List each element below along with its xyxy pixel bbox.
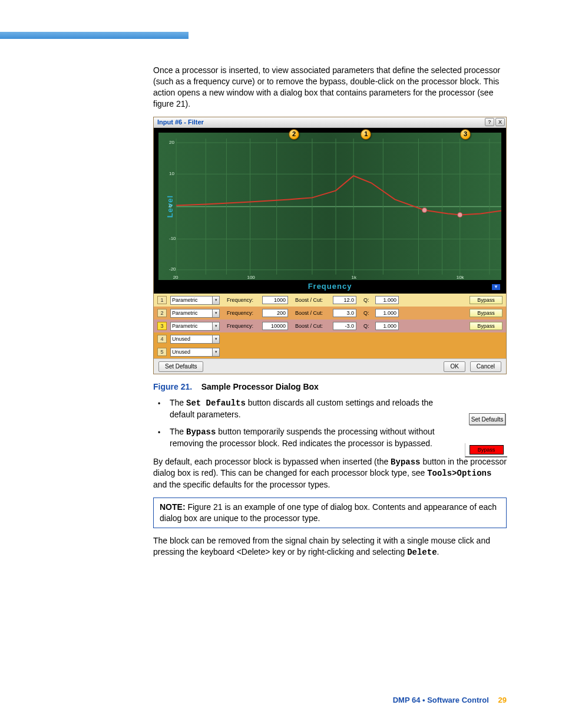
text: and the specific defaults for the proces… <box>153 480 330 489</box>
filter-row-number[interactable]: 3 <box>157 322 167 330</box>
svg-point-18 <box>422 207 427 212</box>
boost-cut-field-label: Boost / Cut: <box>295 297 329 304</box>
side-bypass-wrap: Bypass <box>465 443 507 457</box>
bullet-set-defaults: • The Set Defaults button discards all c… <box>153 397 507 420</box>
bullet-list: • The Set Defaults button discards all c… <box>153 397 507 449</box>
text-mono: Bypass <box>391 457 420 467</box>
bullet-mono: Bypass <box>186 427 216 437</box>
page-content: Once a processor is inserted, to view as… <box>153 65 507 565</box>
boost-cut-field-label: Boost / Cut: <box>295 322 329 330</box>
filter-parameter-rows: ▲ 1Parametric▾Frequency:1000Boost / Cut:… <box>154 294 506 358</box>
q-field[interactable]: 1.000 <box>375 296 399 304</box>
cancel-button[interactable]: Cancel <box>470 361 501 372</box>
processor-dialog: Input #6 - Filter ? X Level 20 10 0 -10 … <box>153 117 507 375</box>
note-lead: NOTE: <box>160 502 186 512</box>
eq-plot-svg <box>158 133 501 281</box>
frequency-field-label: Frequency: <box>227 297 259 304</box>
close-icon[interactable]: X <box>495 118 505 126</box>
paragraph-default-bypass: By default, each processor block is bypa… <box>153 456 507 491</box>
boost-cut-field[interactable]: 12.0 <box>333 296 356 304</box>
bypass-button[interactable]: Bypass <box>470 309 503 317</box>
boost-cut-field[interactable]: 3.0 <box>333 309 356 317</box>
filter-callout-2[interactable]: 2 <box>289 129 299 140</box>
chevron-down-icon: ▾ <box>212 322 219 330</box>
frequency-field-label: Frequency: <box>227 322 259 330</box>
q-field-label: Q: <box>363 297 372 304</box>
note-box: NOTE: Figure 21 is an example of one typ… <box>153 498 507 528</box>
footer-text: DMP 64 • Software Control <box>393 696 489 704</box>
figure-number: Figure 21. <box>153 382 192 391</box>
frequency-field[interactable]: 10000 <box>262 322 288 330</box>
set-defaults-button[interactable]: Set Defaults <box>158 361 203 372</box>
filter-row: 3Parametric▾Frequency:10000Boost / Cut:-… <box>154 319 506 332</box>
q-field-label: Q: <box>363 309 372 317</box>
chevron-down-icon: ▾ <box>212 348 219 356</box>
page-number: 29 <box>498 696 507 704</box>
frequency-field[interactable]: 200 <box>262 309 288 317</box>
chevron-down-icon: ▾ <box>212 297 219 304</box>
frequency-field[interactable]: 1000 <box>262 296 288 304</box>
filter-type-select[interactable]: Parametric▾ <box>170 322 220 331</box>
filter-row: 1Parametric▾Frequency:1000Boost / Cut:12… <box>154 294 506 307</box>
boost-cut-field-label: Boost / Cut: <box>295 309 329 317</box>
note-body: Figure 21 is an example of one type of d… <box>160 502 497 523</box>
filter-row: 5Unused▾ <box>154 345 506 358</box>
paragraph-remove-block: The block can be removed from the signal… <box>153 535 507 558</box>
side-bypass-button[interactable]: Bypass <box>470 445 504 454</box>
q-field-label: Q: <box>363 322 372 330</box>
x-axis-label: Frequency <box>158 280 501 292</box>
dialog-title-text: Input #6 - Filter <box>157 118 204 127</box>
boost-cut-field[interactable]: -3.0 <box>333 322 356 330</box>
side-set-defaults-button[interactable]: Set Defaults <box>469 413 505 425</box>
chevron-down-icon: ▾ <box>212 309 219 317</box>
bypass-button[interactable]: Bypass <box>470 296 503 304</box>
text-mono: Delete <box>407 548 437 557</box>
filter-type-select[interactable]: Unused▾ <box>170 335 220 344</box>
svg-point-19 <box>458 212 462 217</box>
frequency-field-label: Frequency: <box>227 309 259 317</box>
figure-caption: Figure 21. Sample Processor Dialog Box <box>153 381 507 393</box>
paragraph-intro: Once a processor is inserted, to view as… <box>153 65 507 110</box>
filter-row-number[interactable]: 5 <box>157 348 167 356</box>
q-field[interactable]: 1.000 <box>375 309 399 317</box>
filter-callout-3[interactable]: 3 <box>460 129 471 140</box>
filter-row: 2Parametric▾Frequency:200Boost / Cut:3.0… <box>154 307 506 319</box>
text: . <box>437 547 439 556</box>
text: By default, each processor block is bypa… <box>153 457 391 466</box>
filter-type-select[interactable]: Parametric▾ <box>170 309 220 318</box>
dialog-button-row: Set Defaults OK Cancel <box>154 358 506 374</box>
eq-plot[interactable]: Level 20 10 0 -10 -20 20 100 1k 10k <box>158 133 501 280</box>
q-field[interactable]: 1.000 <box>375 322 399 330</box>
filter-row-number[interactable]: 4 <box>157 335 167 343</box>
filter-type-select[interactable]: Parametric▾ <box>170 296 220 305</box>
bullet-bypass: • The Bypass button temporarily suspends… <box>153 426 507 449</box>
filter-row-number[interactable]: 1 <box>157 296 167 304</box>
text-mono: Tools>Options <box>427 469 491 478</box>
bullet-text: The <box>170 398 186 407</box>
figure-title: Sample Processor Dialog Box <box>201 382 319 391</box>
bullet-mono: Set Defaults <box>186 398 246 408</box>
plot-area: Level 20 10 0 -10 -20 20 100 1k 10k <box>154 128 506 294</box>
ok-button[interactable]: OK <box>444 361 465 372</box>
text: The block can be removed from the signal… <box>153 536 490 556</box>
filter-row-number[interactable]: 2 <box>157 309 167 317</box>
filter-type-select[interactable]: Unused▾ <box>170 348 220 357</box>
bullet-text: The <box>170 427 186 436</box>
filter-row: 4Unused▾ <box>154 332 506 345</box>
dialog-titlebar: Input #6 - Filter ? X <box>154 117 506 128</box>
page-accent-bar <box>0 32 189 39</box>
bypass-button[interactable]: Bypass <box>470 322 503 330</box>
page-footer: DMP 64 • Software Control 29 <box>393 696 507 704</box>
chevron-down-icon: ▾ <box>212 335 219 343</box>
filter-callout-1[interactable]: 1 <box>361 129 371 140</box>
help-icon[interactable]: ? <box>485 118 494 126</box>
scroll-down-icon[interactable]: ▼ <box>492 284 500 290</box>
